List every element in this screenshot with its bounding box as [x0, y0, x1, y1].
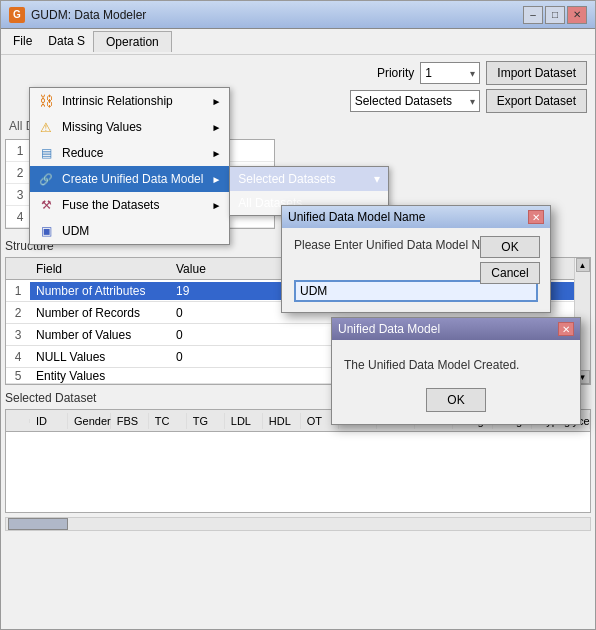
arrow-icon-4: ► — [211, 174, 221, 185]
ds-idx-4: 4 — [10, 210, 30, 224]
menu-item-intrinsic-label: Intrinsic Relationship — [62, 94, 173, 108]
submenu-selected-label: Selected Datasets — [238, 172, 335, 186]
ds-col-ldl: LDL — [225, 413, 263, 429]
main-window: G GUDM: Data Modeler – □ ✕ File Data S O… — [0, 0, 596, 630]
dialog-name-buttons: OK Cancel — [480, 236, 540, 284]
arrow-icon-5: ► — [211, 200, 221, 211]
menu-item-fuse[interactable]: ⚒ Fuse the Datasets ► — [30, 192, 229, 218]
app-icon-letter: G — [13, 9, 21, 20]
dropdown-menu: ⛓ Intrinsic Relationship ► ⚠ Missing Val… — [29, 87, 230, 245]
dialog-udm-title: Unified Data Model — [338, 322, 440, 336]
dialog-name-cancel[interactable]: Cancel — [480, 262, 540, 284]
struct-field-3: Number of Values — [30, 326, 170, 344]
file-menu[interactable]: File — [5, 31, 40, 52]
struct-idx-1: 1 — [6, 282, 30, 300]
import-dataset-button[interactable]: Import Dataset — [486, 61, 587, 85]
app-icon: G — [9, 7, 25, 23]
ds-idx-2: 2 — [10, 166, 30, 180]
menu-item-intrinsic[interactable]: ⛓ Intrinsic Relationship ► — [30, 88, 229, 114]
struct-field-1: Number of Attributes — [30, 282, 170, 300]
dialog-udm-body: The Unified Data Model Created. OK — [332, 340, 580, 424]
minimize-button[interactable]: – — [523, 6, 543, 24]
ds-col-tc: TC — [149, 413, 187, 429]
menu-item-fuse-label: Fuse the Datasets — [62, 198, 159, 212]
ds-col-gender: Gender — [68, 413, 111, 429]
maximize-button[interactable]: □ — [545, 6, 565, 24]
menu-item-udm[interactable]: ▣ UDM — [30, 218, 229, 244]
dialog-name-title: Unified Data Model Name — [288, 210, 425, 224]
struct-idx-4: 4 — [6, 348, 30, 366]
window-title: GUDM: Data Modeler — [31, 8, 146, 22]
dialog-name-ok[interactable]: OK — [480, 236, 540, 258]
dialog-name-titlebar: Unified Data Model Name ✕ — [282, 206, 550, 228]
menu-item-missing-label: Missing Values — [62, 120, 142, 134]
struct-idx-5: 5 — [6, 367, 30, 385]
priority-label: Priority — [377, 66, 414, 80]
struct-idx-3: 3 — [6, 326, 30, 344]
bar-icon: ▤ — [38, 145, 54, 161]
ds-idx-1: 1 — [10, 144, 30, 158]
dialog-udm-ok[interactable]: OK — [426, 388, 486, 412]
menu-item-create-udm[interactable]: 🔗 Create Unified Data Model ► Selected D… — [30, 166, 229, 192]
priority-value: 1 — [425, 66, 432, 80]
dialog-udm-titlebar: Unified Data Model ✕ — [332, 318, 580, 340]
menu-item-create-udm-label: Create Unified Data Model — [62, 172, 203, 186]
struct-col-idx — [6, 267, 30, 271]
struct-col-field: Field — [30, 260, 170, 278]
warn-icon: ⚠ — [38, 119, 54, 135]
dialog-udm: Unified Data Model ✕ The Unified Data Mo… — [331, 317, 581, 425]
priority-select[interactable]: 1 ▾ — [420, 62, 480, 84]
horizontal-scrollbar[interactable] — [5, 517, 591, 531]
struct-field-4: NULL Values — [30, 348, 170, 366]
menu-item-udm-label: UDM — [62, 224, 89, 238]
title-bar: G GUDM: Data Modeler – □ ✕ — [1, 1, 595, 29]
dropdown-overlay: ⛓ Intrinsic Relationship ► ⚠ Missing Val… — [29, 87, 230, 245]
operation-tab[interactable]: Operation — [93, 31, 172, 52]
priority-arrow-icon: ▾ — [470, 68, 475, 79]
ds-idx-3: 3 — [10, 188, 30, 202]
scroll-thumb[interactable] — [8, 518, 68, 530]
ds-col-fbs: FBS — [111, 413, 149, 429]
arrow-icon-3: ► — [211, 148, 221, 159]
ds-col-idx — [6, 419, 30, 423]
submenu-selected-datasets[interactable]: Selected Datasets ▾ — [230, 167, 388, 191]
title-controls: – □ ✕ — [523, 6, 587, 24]
dialog-name-body: Please Enter Unified Data Model Name? OK… — [282, 228, 550, 312]
dialog-name: Unified Data Model Name ✕ Please Enter U… — [281, 205, 551, 313]
arrow-icon-2: ► — [211, 122, 221, 133]
ds-col-tg: TG — [187, 413, 225, 429]
dialog-name-close[interactable]: ✕ — [528, 210, 544, 224]
submenu-select-arrow: ▾ — [374, 172, 380, 186]
title-bar-left: G GUDM: Data Modeler — [9, 7, 146, 23]
dialog-udm-message: The Unified Data Model Created. — [344, 356, 519, 374]
struct-field-2: Number of Records — [30, 304, 170, 322]
menu-item-reduce[interactable]: ▤ Reduce ► — [30, 140, 229, 166]
struct-idx-2: 2 — [6, 304, 30, 322]
ds-col-id: ID — [30, 413, 68, 429]
fuse-icon: ⚒ — [38, 197, 54, 213]
datasets-arrow-icon: ▾ — [470, 96, 475, 107]
scroll-up-button[interactable]: ▲ — [576, 258, 590, 272]
link-icon: 🔗 — [38, 171, 54, 187]
datasets-select[interactable]: Selected Datasets ▾ — [350, 90, 480, 112]
ds-col-hdl: HDL — [263, 413, 301, 429]
data-menu[interactable]: Data S — [40, 31, 93, 52]
dialog-udm-close[interactable]: ✕ — [558, 322, 574, 336]
menu-item-missing[interactable]: ⚠ Missing Values ► — [30, 114, 229, 140]
chain-icon: ⛓ — [38, 93, 54, 109]
export-dataset-button[interactable]: Export Dataset — [486, 89, 587, 113]
struct-field-5: Entity Values — [30, 367, 170, 385]
menu-bar: File Data S Operation — [1, 29, 595, 55]
arrow-icon: ► — [211, 96, 221, 107]
close-button[interactable]: ✕ — [567, 6, 587, 24]
datasets-select-value: Selected Datasets — [355, 94, 452, 108]
menu-item-reduce-label: Reduce — [62, 146, 103, 160]
dataset-body — [6, 432, 590, 512]
box-icon: ▣ — [38, 223, 54, 239]
content-area: ⛓ Intrinsic Relationship ► ⚠ Missing Val… — [1, 55, 595, 629]
